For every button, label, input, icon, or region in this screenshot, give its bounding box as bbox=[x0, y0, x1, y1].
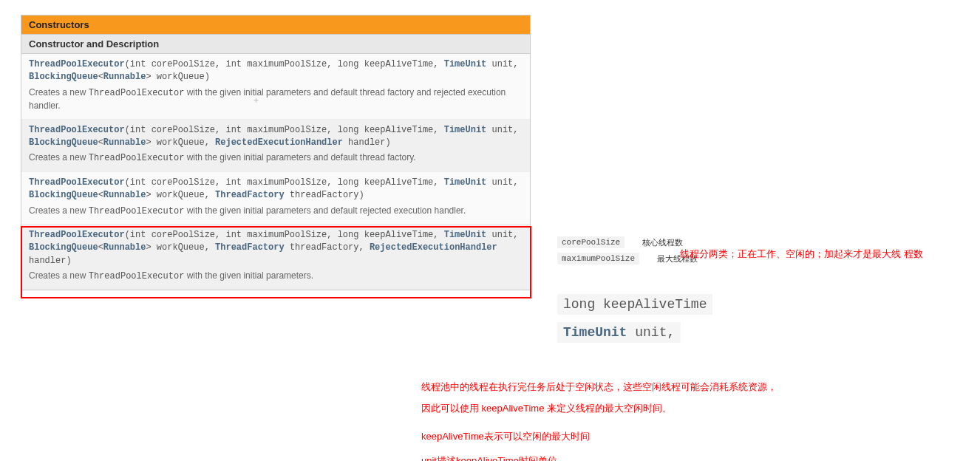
ctor-desc-3: Creates a new ThreadPoolExecutor with th… bbox=[29, 205, 523, 218]
ctor-row-1[interactable]: ThreadPoolExecutor(int corePoolSize, int… bbox=[21, 54, 530, 120]
label-core-threads: 核心线程数 bbox=[642, 237, 683, 248]
param-corepoolsize: corePoolSize bbox=[557, 236, 625, 248]
ctor-desc-2: Creates a new ThreadPoolExecutor with th… bbox=[29, 151, 523, 165]
constructor-rows: ThreadPoolExecutor(int corePoolSize, int… bbox=[21, 54, 530, 290]
ctor-sig-3[interactable]: ThreadPoolExecutor(int corePoolSize, int… bbox=[29, 177, 523, 202]
red-line-3: keepAliveTime表示可以空闲的最大时间 bbox=[421, 426, 777, 446]
constructors-panel: Constructors Constructor and Description… bbox=[21, 15, 531, 290]
ctor-sig-2[interactable]: ThreadPoolExecutor(int corePoolSize, int… bbox=[29, 124, 523, 150]
code-keepalivetime: long keepAliveTime bbox=[557, 294, 712, 315]
plus-icon: + bbox=[253, 95, 259, 106]
ctor-sig-4[interactable]: ThreadPoolExecutor(int corePoolSize, int… bbox=[29, 229, 523, 267]
param-maximumpoolsize: maximumPoolSize bbox=[557, 253, 639, 264]
tab-constructors: Constructors bbox=[21, 16, 530, 35]
red-line-1: 线程池中的线程在执行完任务后处于空闲状态，这些空闲线程可能会消耗系统资源， bbox=[421, 377, 777, 397]
red-line-4: unit描述keepAliveTime时间单位 bbox=[421, 451, 777, 461]
constructor-subheader: Constructor and Description bbox=[21, 35, 530, 54]
ctor-desc-4: Creates a new ThreadPoolExecutor with th… bbox=[29, 270, 523, 283]
ctor-row-3[interactable]: ThreadPoolExecutor(int corePoolSize, int… bbox=[21, 172, 530, 225]
ctor-row-2[interactable]: ThreadPoolExecutor(int corePoolSize, int… bbox=[21, 120, 530, 172]
side-params: corePoolSize 核心线程数 maximumPoolSize 最大线程数 bbox=[557, 236, 698, 269]
ctor-sig-1[interactable]: ThreadPoolExecutor(int corePoolSize, int… bbox=[29, 58, 523, 84]
red-explanation-block: 线程池中的线程在执行完任务后处于空闲状态，这些空闲线程可能会消耗系统资源， 因此… bbox=[421, 377, 777, 461]
red-note-thread-categories: 线程分两类；正在工作、空闲的；加起来才是最大线 程数 bbox=[680, 247, 923, 261]
ctor-desc-1: Creates a new ThreadPoolExecutor with th… bbox=[29, 86, 523, 113]
ctor-row-4[interactable]: ThreadPoolExecutor(int corePoolSize, int… bbox=[21, 225, 530, 290]
red-line-2: 因此可以使用 keepAliveTime 来定义线程的最大空闲时间。 bbox=[421, 398, 777, 418]
code-lines: long keepAliveTime TimeUnit unit, bbox=[557, 294, 712, 350]
code-timeunit: TimeUnit unit, bbox=[557, 322, 681, 343]
